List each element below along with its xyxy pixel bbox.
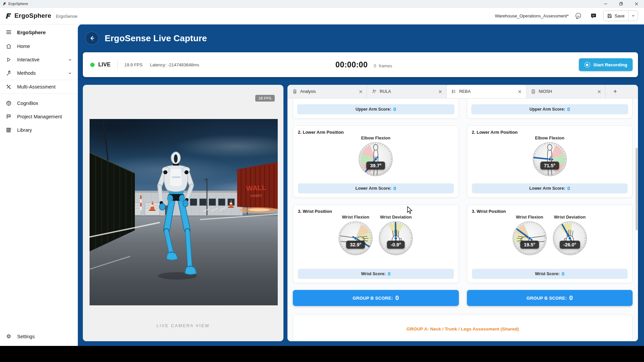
comment-smile-icon[interactable] [573,10,584,21]
score-value: 0 [567,107,570,112]
sidebar-item-interactive[interactable]: Interactive [0,53,78,66]
frames-unit: frames [379,63,392,68]
tab-reba[interactable]: REBA [446,85,526,98]
group-b-label: GROUP B SCORE: [353,296,393,301]
tab-analysis[interactable]: Analysis [287,85,367,98]
sidebar: ErgoSphere Home Interactive [0,24,78,346]
back-button[interactable] [85,32,99,45]
stream-latency: Latency: -2147483648ms [150,62,199,67]
app-header: ErgoSphere ErgoSense Warehouse_Operation… [0,7,644,24]
os-titlebar: ErgoSphere [0,0,644,8]
save-button[interactable]: Save [603,11,628,21]
reba-panel-body: Upper Arm Score: 0 Upper Arm Score: 0 [287,99,638,341]
tab-close-button[interactable] [359,90,363,94]
gauge-label: Wrist Deviation [554,215,586,220]
sidebar-item-multi-assessment[interactable]: Multi-Assessment [0,80,78,94]
sidebar-item-library[interactable]: Library [0,123,78,137]
menu-hamburger-icon[interactable] [5,29,12,36]
score-label: Wrist Score: [361,272,386,276]
upper-arm-score-bar: Upper Arm Score: 0 [297,104,454,114]
feedback-bubble-icon[interactable] [588,10,599,21]
frames-count: 0 [374,63,376,68]
tab-rula[interactable]: RULA [367,85,446,98]
sidebar-item-label: CogniBox [17,101,38,106]
camera-panel: 18 FPS [83,85,283,341]
tab-close-button[interactable] [438,90,442,94]
bottom-bar [0,346,644,362]
sidebar-item-cognibox[interactable]: CogniBox [0,97,78,110]
tab-close-button[interactable] [518,90,522,94]
elbow-flexion-gauge: 71.5° [532,142,567,177]
score-label: Lower Arm Score: [356,186,391,191]
save-dropdown-caret[interactable] [628,11,638,21]
sidebar-item-home[interactable]: Home [0,40,78,53]
gauge-value-badge: 32.9° [346,241,365,249]
gauge-value-badge: 19.5° [520,241,539,249]
gauge-value-badge: 39.7° [366,162,385,170]
upper-arm-score-bar: Upper Arm Score: 0 [471,104,629,114]
minimize-button[interactable] [598,0,613,7]
gauge-label: Wrist Flexion [516,215,543,220]
close-button[interactable] [629,0,644,7]
score-label: Upper Arm Score: [529,107,565,112]
play-icon [6,57,12,63]
sidebar-item-label: Project Management [17,114,62,119]
lower-arm-score-bar: Lower Arm Score: 0 [472,183,628,193]
wrist-flexion-gauge: 19.5° [512,221,547,256]
chevron-down-icon [68,58,72,62]
group-b-score: 0 [395,294,399,302]
upper-arm-card-left: Upper Arm Score: 0 [293,99,459,119]
group-b-score-button-left[interactable]: GROUP B SCORE: 0 [293,290,459,306]
recording-timer: 00:00:00 [335,60,368,69]
analysis-icon [292,89,297,94]
restore-button[interactable] [613,0,629,7]
scene-art: WALL THEBES [90,119,278,305]
elbow-flexion-gauge: 39.7° [358,142,393,177]
wrist-deviation-gauge: -26.0° [552,221,587,256]
sidebar-item-label: Library [17,127,32,133]
live-indicator-dot [90,63,95,67]
sidebar-item-label: Interactive [17,57,40,62]
tab-niosh[interactable]: NIOSH [526,85,605,98]
add-tab-button[interactable]: + [605,85,625,98]
chevron-down-icon [68,71,72,75]
wrist-deviation-gauge: -0.9° [378,221,413,256]
save-icon [607,13,612,18]
upper-arm-card-right: Upper Arm Score: 0 [467,99,633,119]
save-button-group: Save [603,10,638,21]
start-recording-button[interactable]: Start Recording [579,58,633,71]
checklist-icon [451,89,456,94]
robot-chest-label: HUMAN [172,176,180,178]
document-name: Warehouse_Operations_Assessment* [495,13,569,18]
workspace: ErgoSphere Home Interactive [0,24,644,346]
score-value: 0 [393,186,396,191]
live-label: LIVE [98,62,111,68]
wrench-icon [6,70,12,76]
tab-close-button[interactable] [597,90,601,94]
score-value: 0 [561,271,564,277]
sidebar-brand-label: ErgoSphere [17,29,46,35]
wrist-score-bar: Wrist Score: 0 [472,269,628,279]
scrollbar-thumb[interactable] [636,148,638,230]
gear-icon: ⚙ [6,334,12,340]
wrist-flexion-gauge: 32.9° [338,221,373,256]
group-b-score: 0 [569,294,573,302]
gauge-label: Wrist Deviation [380,215,412,220]
sidebar-item-settings[interactable]: ⚙ Settings [0,330,78,343]
gauge-label: Wrist Flexion [342,215,369,220]
gauge-value-badge: -26.0° [559,241,580,249]
group-b-score-button-right[interactable]: GROUP B SCORE: 0 [467,290,633,306]
live-status-bar: LIVE 19.9 FPS Latency: -2147483648ms 00:… [83,52,638,77]
lower-arm-card-left: 2. Lower Arm Position Elbow Flexion 39.7… [293,125,459,198]
sidebar-item-methods[interactable]: Methods [0,66,78,80]
sidebar-item-project-management[interactable]: Project Management [0,110,78,123]
ergosphere-logo-icon [5,12,12,19]
divider [117,60,118,69]
sidebar-item-label: Multi-Assessment [17,84,55,89]
gauge-value-badge: -0.9° [387,241,405,249]
wrist-card-left: 3. Wrist Position Wrist Flexion 32.9° W [293,204,459,283]
score-label: Lower Arm Score: [529,186,565,191]
ergosphere-app: { "window": {"title": "ErgoSphere"}, "ap… [0,0,644,362]
gauge-label: Elbow Flexion [535,135,564,140]
product-name: ErgoSense [56,13,77,19]
